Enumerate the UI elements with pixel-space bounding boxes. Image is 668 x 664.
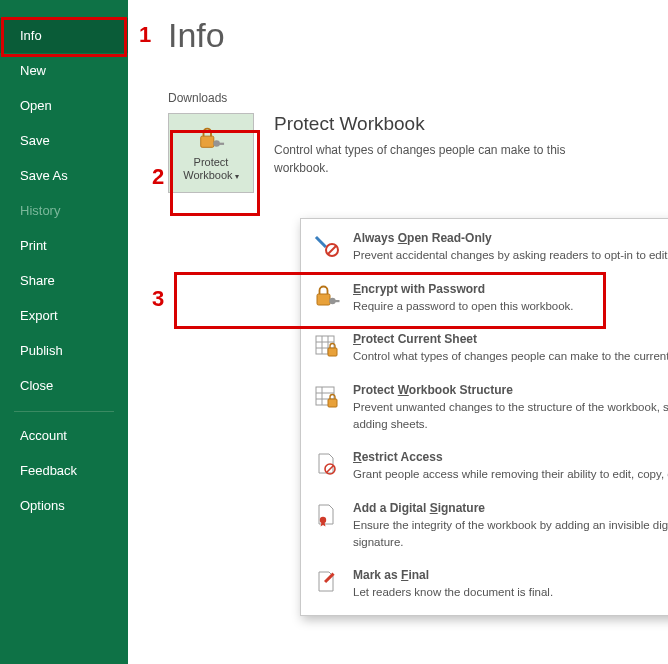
menu-encrypt-with-password[interactable]: Encrypt with Password Require a password… bbox=[301, 274, 668, 325]
sheet-lock-icon bbox=[313, 332, 341, 360]
backstage-sidebar: Info New Open Save Save As History Print… bbox=[0, 0, 128, 664]
protect-desc: Control what types of changes people can… bbox=[274, 141, 574, 177]
page-title: Info bbox=[168, 16, 648, 55]
sidebar-item-history: History bbox=[0, 193, 128, 228]
menu-restrict-access[interactable]: Restrict Access Grant people access whil… bbox=[301, 442, 668, 493]
menu-add-digital-signature[interactable]: Add a Digital Signature Ensure the integ… bbox=[301, 493, 668, 560]
sidebar-item-share[interactable]: Share bbox=[0, 263, 128, 298]
svg-rect-8 bbox=[335, 300, 340, 302]
svg-rect-6 bbox=[317, 294, 330, 305]
sidebar-item-account[interactable]: Account bbox=[0, 418, 128, 453]
menu-always-open-read-only[interactable]: Always Open Read-Only Prevent accidental… bbox=[301, 223, 668, 274]
protect-workbook-dropdown: Always Open Read-Only Prevent accidental… bbox=[300, 218, 668, 616]
sidebar-item-export[interactable]: Export bbox=[0, 298, 128, 333]
svg-line-21 bbox=[327, 466, 334, 473]
menu-protect-workbook-structure[interactable]: Protect Workbook Structure Prevent unwan… bbox=[301, 375, 668, 442]
sidebar-item-info[interactable]: Info bbox=[0, 18, 128, 53]
menu-mark-as-final[interactable]: Mark as Final Let readers know the docum… bbox=[301, 560, 668, 611]
location-label: Downloads bbox=[168, 91, 648, 105]
workbook-lock-icon bbox=[313, 383, 341, 411]
svg-point-22 bbox=[320, 517, 326, 523]
sidebar-item-save-as[interactable]: Save As bbox=[0, 158, 128, 193]
sidebar-item-options[interactable]: Options bbox=[0, 488, 128, 523]
pencil-prohibit-icon bbox=[313, 231, 341, 259]
sidebar-item-publish[interactable]: Publish bbox=[0, 333, 128, 368]
sidebar-item-close[interactable]: Close bbox=[0, 368, 128, 403]
sidebar-separator bbox=[14, 411, 114, 412]
document-ribbon-icon bbox=[313, 501, 341, 529]
sidebar-item-open[interactable]: Open bbox=[0, 88, 128, 123]
protect-heading: Protect Workbook bbox=[274, 113, 648, 135]
sidebar-item-feedback[interactable]: Feedback bbox=[0, 453, 128, 488]
svg-rect-3 bbox=[315, 236, 327, 248]
main-pane: Info Downloads Protect Workbook ▾ bbox=[128, 0, 668, 664]
menu-protect-current-sheet[interactable]: Protect Current Sheet Control what types… bbox=[301, 324, 668, 375]
sidebar-item-save[interactable]: Save bbox=[0, 123, 128, 158]
svg-rect-2 bbox=[218, 142, 224, 144]
svg-rect-19 bbox=[328, 399, 337, 407]
svg-rect-14 bbox=[328, 348, 337, 356]
sidebar-item-new[interactable]: New bbox=[0, 53, 128, 88]
protect-button-label: Protect Workbook ▾ bbox=[183, 156, 239, 182]
protect-workbook-button[interactable]: Protect Workbook ▾ bbox=[168, 113, 254, 193]
document-pencil-icon bbox=[313, 568, 341, 596]
sidebar-item-print[interactable]: Print bbox=[0, 228, 128, 263]
lock-key-icon bbox=[197, 124, 225, 152]
svg-line-5 bbox=[328, 246, 336, 254]
lock-key-icon bbox=[313, 282, 341, 310]
document-prohibit-icon bbox=[313, 450, 341, 478]
svg-rect-0 bbox=[201, 136, 214, 147]
